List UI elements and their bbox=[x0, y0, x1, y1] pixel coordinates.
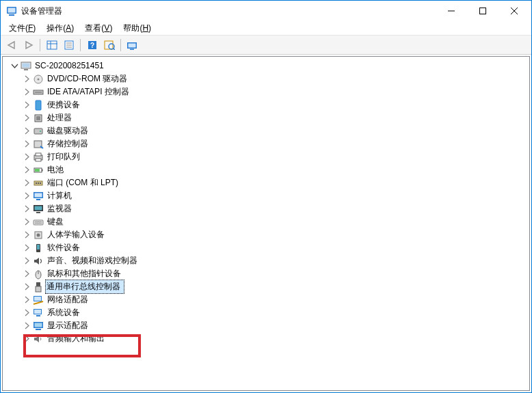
collapse-icon[interactable] bbox=[10, 62, 19, 71]
expand-icon[interactable] bbox=[22, 269, 31, 279]
menu-file[interactable]: 文件(F) bbox=[3, 21, 41, 36]
svg-text:?: ? bbox=[90, 42, 94, 49]
tree-item-label: 键盘 bbox=[46, 215, 65, 228]
tree-item[interactable]: 网络适配器 bbox=[22, 293, 525, 306]
expand-icon[interactable] bbox=[22, 243, 31, 253]
forward-button[interactable] bbox=[21, 38, 36, 53]
tree-item[interactable]: 鼠标和其他指针设备 bbox=[22, 267, 525, 280]
expand-icon[interactable] bbox=[22, 152, 31, 162]
ide-icon bbox=[33, 87, 44, 98]
expand-icon[interactable] bbox=[22, 295, 31, 305]
port-icon bbox=[33, 178, 44, 189]
tree-item[interactable]: 监视器 bbox=[22, 202, 525, 215]
view-devices-button[interactable] bbox=[124, 38, 140, 53]
tree-item[interactable]: 音频输入和输出 bbox=[22, 332, 525, 345]
expand-icon[interactable] bbox=[22, 308, 31, 318]
tree-item-label: 鼠标和其他指针设备 bbox=[46, 267, 122, 280]
tree-item[interactable]: 声音、视频和游戏控制器 bbox=[22, 254, 525, 267]
system-icon bbox=[33, 308, 44, 319]
tree-item[interactable]: IDE ATA/ATAPI 控制器 bbox=[22, 85, 525, 98]
tree-item[interactable]: 打印队列 bbox=[22, 150, 525, 163]
cd-icon bbox=[33, 74, 44, 85]
tree-item[interactable]: 处理器 bbox=[22, 111, 525, 124]
svg-rect-24 bbox=[24, 69, 28, 70]
menu-action[interactable]: 操作(A) bbox=[41, 21, 79, 36]
expand-icon[interactable] bbox=[22, 113, 31, 123]
expand-icon[interactable] bbox=[22, 139, 31, 149]
tree-item[interactable]: 人体学输入设备 bbox=[22, 228, 525, 241]
storage-icon bbox=[33, 139, 44, 150]
tree-item-label: 便携设备 bbox=[46, 98, 81, 111]
tree-item[interactable]: 磁盘驱动器 bbox=[22, 124, 525, 137]
expand-icon[interactable] bbox=[22, 334, 31, 344]
tree-item-label: 系统设备 bbox=[46, 306, 81, 319]
close-button[interactable] bbox=[498, 1, 530, 21]
help-button[interactable]: ? bbox=[84, 38, 100, 53]
toolbar: ? bbox=[1, 36, 531, 55]
tree-item-label: 显示适配器 bbox=[46, 319, 90, 332]
tree-item[interactable]: 电池 bbox=[22, 163, 525, 176]
keyboard-icon bbox=[33, 217, 44, 228]
expand-icon[interactable] bbox=[22, 126, 31, 136]
tree-root[interactable]: SC-202008251451 bbox=[10, 59, 525, 72]
disk-icon bbox=[33, 126, 44, 137]
toolbar-separator bbox=[40, 39, 40, 51]
usb-icon bbox=[33, 282, 44, 293]
tree-item[interactable]: 便携设备 bbox=[22, 98, 525, 111]
tree-item-label: 存储控制器 bbox=[46, 137, 90, 150]
tree-item[interactable]: 软件设备 bbox=[22, 241, 525, 254]
expand-icon[interactable] bbox=[22, 217, 31, 227]
toolbar-separator bbox=[120, 39, 121, 51]
tree-item-label: 软件设备 bbox=[46, 241, 81, 254]
svg-rect-20 bbox=[128, 43, 135, 47]
sound-icon bbox=[33, 256, 44, 267]
device-tree[interactable]: SC-202008251451 DVD/CD-ROM 驱动器IDE ATA/AT… bbox=[2, 56, 530, 391]
maximize-button[interactable] bbox=[467, 1, 498, 21]
mouse-icon bbox=[33, 269, 44, 280]
expand-icon[interactable] bbox=[22, 74, 31, 84]
tree-item[interactable]: 存储控制器 bbox=[22, 137, 525, 150]
expand-icon[interactable] bbox=[22, 87, 31, 97]
toolbar-separator bbox=[80, 39, 81, 51]
show-hide-console-button[interactable] bbox=[44, 38, 59, 53]
tree-item-label: DVD/CD-ROM 驱动器 bbox=[46, 72, 129, 85]
tree-item-label: 网络适配器 bbox=[46, 293, 90, 306]
svg-rect-1 bbox=[8, 8, 16, 13]
expand-icon[interactable] bbox=[22, 191, 31, 201]
title-bar: 设备管理器 bbox=[1, 1, 531, 21]
svg-line-18 bbox=[113, 48, 115, 50]
menu-view[interactable]: 查看(V) bbox=[79, 21, 118, 36]
expand-icon[interactable] bbox=[22, 204, 31, 214]
scan-hardware-button[interactable] bbox=[101, 38, 117, 53]
hid-icon bbox=[33, 230, 44, 241]
tree-item-label: 计算机 bbox=[46, 189, 73, 202]
tree-item-label: 打印队列 bbox=[46, 150, 81, 163]
tree-item-label: IDE ATA/ATAPI 控制器 bbox=[46, 85, 131, 98]
tree-item[interactable]: 键盘 bbox=[22, 215, 525, 228]
tree-item[interactable]: 端口 (COM 和 LPT) bbox=[22, 176, 525, 189]
svg-rect-7 bbox=[47, 41, 57, 49]
tree-item[interactable]: 显示适配器 bbox=[22, 319, 525, 332]
svg-rect-23 bbox=[23, 63, 30, 67]
properties-button[interactable] bbox=[61, 38, 77, 53]
cpu-icon bbox=[33, 113, 44, 124]
svg-rect-21 bbox=[130, 49, 134, 50]
expand-icon[interactable] bbox=[22, 165, 31, 175]
portable-icon bbox=[33, 100, 44, 111]
back-button[interactable] bbox=[3, 38, 19, 53]
tree-item[interactable]: 系统设备 bbox=[22, 306, 525, 319]
menu-help[interactable]: 帮助(H) bbox=[118, 21, 157, 36]
tree-item[interactable]: 通用串行总线控制器 bbox=[22, 280, 525, 293]
app-icon bbox=[6, 5, 17, 16]
expand-icon[interactable] bbox=[22, 321, 31, 331]
tree-item[interactable]: DVD/CD-ROM 驱动器 bbox=[22, 72, 525, 85]
computer-icon bbox=[33, 191, 44, 202]
minimize-button[interactable] bbox=[436, 1, 467, 21]
tree-item-label: 电池 bbox=[46, 163, 65, 176]
expand-icon[interactable] bbox=[22, 282, 31, 292]
expand-icon[interactable] bbox=[22, 178, 31, 188]
tree-item[interactable]: 计算机 bbox=[22, 189, 525, 202]
expand-icon[interactable] bbox=[22, 230, 31, 240]
expand-icon[interactable] bbox=[22, 256, 31, 266]
expand-icon[interactable] bbox=[22, 100, 31, 110]
